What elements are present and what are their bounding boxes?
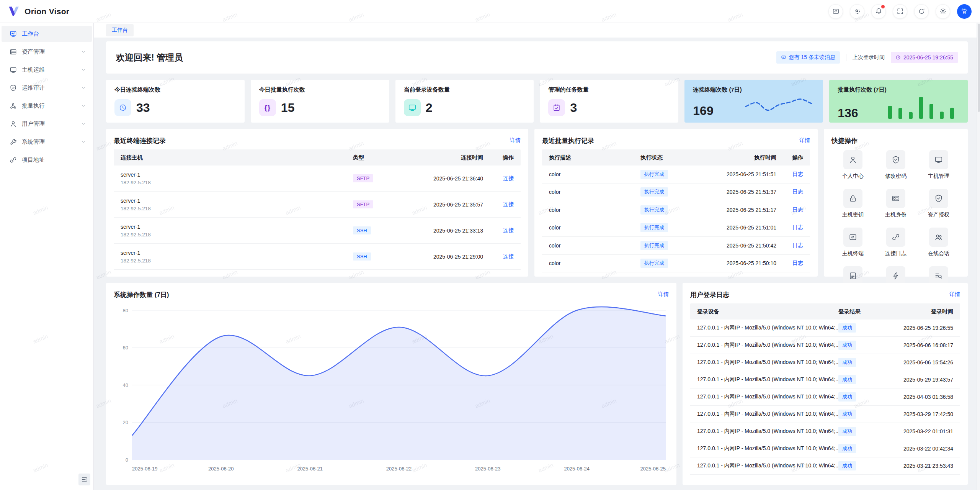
last-login-time-badge: 2025-06-25 19:26:55 [891, 52, 958, 63]
table-header: 登录设备 登录结果 登录时间 [690, 303, 960, 320]
status-badge: 执行完成 [640, 170, 668, 179]
svg-text:2025-06-24: 2025-06-24 [564, 466, 590, 472]
sidebar-collapse-button[interactable] [78, 474, 90, 485]
id-card-icon [886, 189, 905, 208]
sidebar-item-user-mgmt[interactable]: 用户管理 [2, 116, 92, 132]
page-scrollbar[interactable] [977, 23, 980, 490]
result-badge: 成功 [838, 358, 856, 367]
svg-text:2025-06-20: 2025-06-20 [208, 466, 234, 472]
sidebar-item-label: 用户管理 [22, 120, 81, 128]
system-ops-chart-panel: 系统操作数量 (7日) 详情 0204060802025-06-192025-0… [106, 283, 676, 485]
connect-link[interactable]: 连接 [503, 175, 514, 181]
table-row: 127.0.0.1 - 内网IP - Mozilla/5.0 (Windows … [690, 388, 960, 406]
api-code-button[interactable] [828, 4, 843, 19]
login-device: 127.0.0.1 - 内网IP - Mozilla/5.0 (Windows … [697, 393, 838, 400]
quick-action-online-sessions[interactable]: 在线会话 [917, 228, 960, 257]
log-link[interactable]: 日志 [792, 206, 803, 213]
chart-detail-link[interactable]: 详情 [658, 291, 669, 298]
quick-action-connect-logs[interactable]: 连接日志 [874, 228, 917, 257]
sidebar-item-assets[interactable]: 资产管理 [2, 44, 92, 60]
status-badge: 执行完成 [640, 223, 668, 232]
quick-action-host-mgmt[interactable]: 主机管理 [917, 150, 960, 180]
table-row: 127.0.0.1 - 内网IP - Mozilla/5.0 (Windows … [690, 423, 960, 440]
task-icon [548, 99, 565, 116]
sidebar-item-workbench[interactable]: 工作台 [2, 26, 92, 42]
log-link[interactable]: 日志 [792, 224, 803, 230]
log-link[interactable]: 日志 [792, 242, 803, 248]
sidebar-item-label: 项目地址 [22, 156, 87, 164]
stat-card-terminal-7d: 连接终端次数 (7日) 169 [684, 80, 823, 123]
unread-messages-badge[interactable]: 您有 15 条未读消息 [776, 51, 840, 64]
shield-check-icon [929, 189, 948, 208]
topbar-actions: 管 [828, 4, 980, 19]
quick-action-personal-center[interactable]: 个人中心 [831, 150, 874, 180]
notification-dot [881, 5, 885, 8]
sidebar-item-host-ops[interactable]: 主机运维 [2, 62, 92, 78]
connect-link[interactable]: 连接 [503, 227, 514, 233]
page-title: 欢迎回来! 管理员 [116, 52, 183, 64]
exec-time: 2025-06-25 21:51:01 [698, 225, 776, 231]
connect-link[interactable]: 连接 [503, 201, 514, 207]
exec-time: 2025-06-25 21:50:42 [698, 243, 776, 249]
topbar: Orion Visor 管 [0, 0, 980, 23]
stat-card-batch-7d: 批量执行次数 (7日) 136 [829, 80, 968, 123]
link-icon [886, 228, 905, 247]
sidebar-item-project-url[interactable]: 项目地址 [2, 152, 92, 168]
breadcrumb-workbench[interactable]: 工作台 [106, 24, 134, 36]
col-action: 操作 [776, 154, 803, 161]
svg-text:60: 60 [123, 345, 128, 351]
orion-visor-logo [8, 6, 20, 16]
stat-label: 管理的任务数量 [548, 86, 670, 93]
theme-toggle-button[interactable] [850, 4, 864, 19]
table-row: 127.0.0.1 - 内网IP - Mozilla/5.0 (Windows … [690, 354, 960, 371]
chevron-down-icon [81, 121, 87, 127]
terminal-records-detail-link[interactable]: 详情 [510, 137, 521, 144]
connect-link[interactable]: 连接 [503, 253, 514, 259]
col-device: 登录设备 [697, 308, 838, 315]
refresh-button[interactable] [914, 4, 929, 19]
stat-value: 169 [693, 104, 713, 118]
welcome-card: 欢迎回来! 管理员 您有 15 条未读消息 上次登录时间 2025-06-25 … [106, 41, 968, 74]
stats-row: 今日连接终端次数 33 今日批量执行次数 {} 15 [106, 80, 968, 123]
brand: Orion Visor [0, 6, 69, 16]
table-row: color 执行完成 2025-06-25 21:50:42 日志 [542, 237, 810, 255]
log-link[interactable]: 日志 [792, 188, 803, 195]
fullscreen-button[interactable] [893, 4, 907, 19]
link-icon [10, 156, 17, 164]
svg-text:80: 80 [123, 308, 128, 313]
status-badge: 执行完成 [640, 241, 668, 250]
sidebar-item-batch-exec[interactable]: 批量执行 [2, 98, 92, 114]
col-time: 执行时间 [698, 154, 776, 161]
quick-action-host-identity[interactable]: 主机身份 [874, 189, 917, 218]
terminal-code-icon [843, 228, 862, 247]
quick-action-host-terminal[interactable]: 主机终端 [831, 228, 874, 257]
scrollbar-thumb[interactable] [978, 24, 980, 112]
svg-text:40: 40 [123, 382, 128, 388]
quick-action-asset-auth[interactable]: 资产授权 [917, 189, 960, 218]
settings-button[interactable] [936, 4, 950, 19]
exec-time: 2025-06-25 21:50:10 [698, 260, 776, 266]
quick-action-host-keys[interactable]: 主机密钥 [831, 189, 874, 218]
login-device: 127.0.0.1 - 内网IP - Mozilla/5.0 (Windows … [697, 445, 838, 452]
col-status: 执行状态 [640, 154, 698, 161]
batch-exec-icon [10, 102, 17, 110]
sidebar-item-system-mgmt[interactable]: 系统管理 [2, 134, 92, 150]
log-link[interactable]: 日志 [792, 260, 803, 266]
status-badge: 执行完成 [640, 205, 668, 215]
panel-title: 系统操作数量 (7日) [114, 290, 169, 299]
host-ip: 182.92.5.218 [121, 180, 353, 185]
exec-desc: color [549, 171, 640, 177]
sidebar-item-label: 主机运维 [22, 66, 81, 74]
assets-icon [10, 48, 17, 56]
brand-name: Orion Visor [24, 7, 69, 16]
quick-action-change-password[interactable]: 修改密码 [874, 150, 917, 180]
log-link[interactable]: 日志 [792, 171, 803, 177]
col-time: 登录时间 [880, 308, 953, 315]
login-logs-detail-link[interactable]: 详情 [949, 291, 960, 298]
user-avatar[interactable]: 管 [957, 4, 972, 19]
notifications-button[interactable] [871, 4, 886, 19]
batch-records-detail-link[interactable]: 详情 [799, 137, 810, 144]
result-badge: 成功 [838, 410, 856, 419]
sidebar-item-audit[interactable]: 运维审计 [2, 80, 92, 96]
table-row: server-1182.92.5.218 SFTP 2025-06-25 21:… [114, 192, 521, 218]
